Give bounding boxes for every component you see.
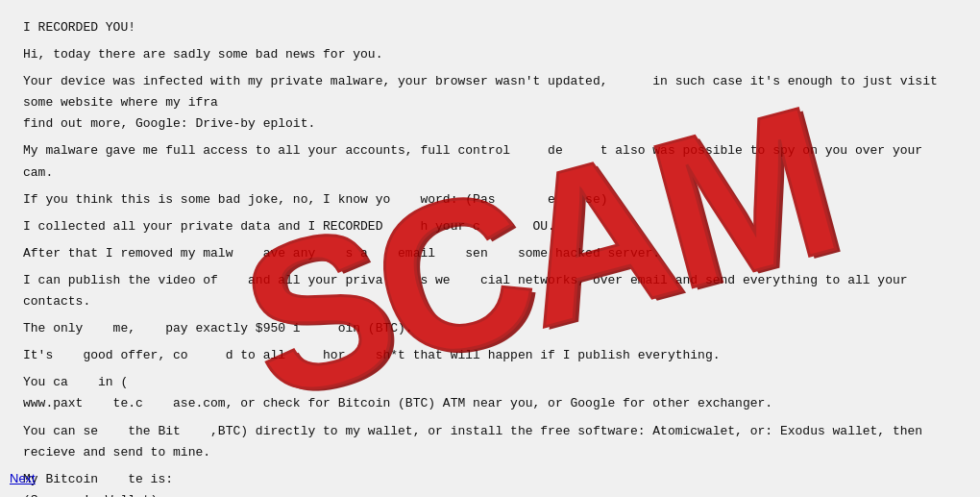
paragraph-6: I can publish the video of and all your … xyxy=(23,270,957,312)
paragraph-8: It's good offer, co d to all hor sh*t th… xyxy=(23,345,957,366)
paragraph-10: You can se the Bit ,BTC) directly to my … xyxy=(23,421,957,463)
paragraph-11: My Bitcoin te is:(Scammer's Wallet) xyxy=(23,469,957,497)
next-link[interactable]: Next xyxy=(10,471,36,485)
paragraph-5: After that I removed my malw ave any s a… xyxy=(23,243,957,264)
email-content: I RECORDED YOU! Hi, today there are sadl… xyxy=(0,0,980,497)
paragraph-0: Hi, today there are sadly some bad news … xyxy=(23,44,957,65)
email-title: I RECORDED YOU! xyxy=(23,17,957,38)
paragraph-3: If you think this is some bad joke, no, … xyxy=(23,189,957,211)
paragraph-2: My malware gave me full access to all yo… xyxy=(23,140,957,183)
paragraph-4: I collected all your private data and I … xyxy=(23,216,957,237)
paragraph-1: Your device was infected with my private… xyxy=(23,71,957,135)
paragraph-9: You ca in ( www.paxt te.c ase.com, or ch… xyxy=(23,372,957,414)
paragraph-7: The only me, pay exactly $950 i oin (BTC… xyxy=(23,318,957,339)
